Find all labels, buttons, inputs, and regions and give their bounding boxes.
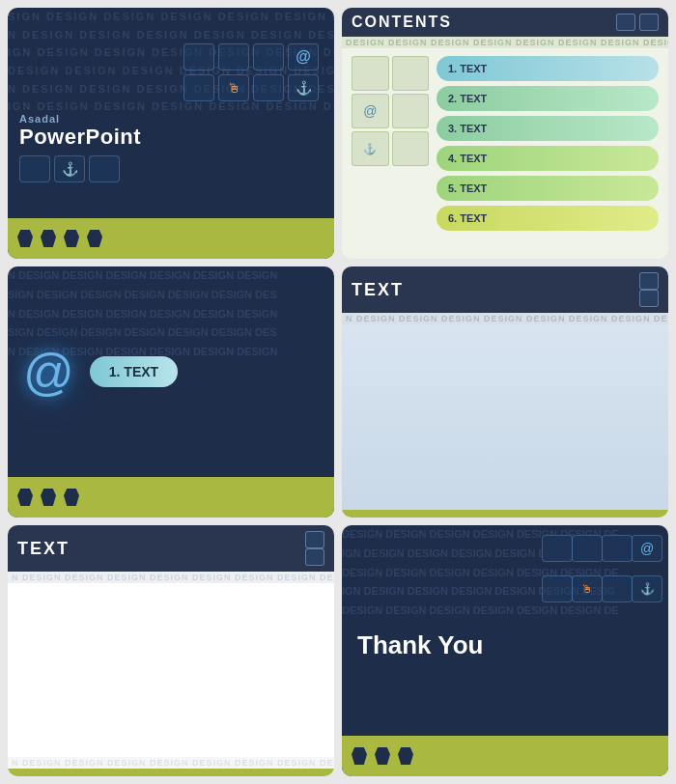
slide2-items: 1. TEXT 2. TEXT 3. TEXT 4. TEXT 5. TEXT … — [437, 56, 659, 251]
s6-cursor: 🖱 — [581, 582, 593, 596]
thumb-5: ⚓ — [352, 131, 389, 166]
thumb-3: @ — [352, 94, 389, 128]
slide5-main-content — [8, 583, 334, 757]
slide1-main-title: PowerPoint — [19, 125, 323, 150]
slide2-icon-2 — [639, 14, 659, 31]
slide6-mid-icons: 🖱 ⚓ — [542, 575, 659, 602]
slide5-watermark: N DESIGN DESIGN DESIGN DESIGN DESIGN DES… — [8, 572, 334, 583]
bottom-at: ⚓ — [62, 161, 78, 177]
slide3-tooth-2 — [41, 489, 56, 506]
slide-2: CONTENTS DESIGN DESIGN DESIGN DESIGN DES… — [342, 8, 668, 259]
slide-6: DESIGN DESIGN DESIGN DESIGN DESIGN DESIG… — [342, 525, 668, 776]
slide4-top-icons — [639, 272, 659, 307]
thumb-1 — [352, 56, 389, 91]
slide-3: N DESIGN DESIGN DESIGN DESIGN DESIGN DES… — [8, 266, 334, 518]
icon-box-2 — [218, 43, 249, 70]
content-item-4: 4. TEXT — [437, 146, 659, 171]
icon-box-3 — [253, 43, 284, 70]
s6-icon-1 — [542, 535, 573, 562]
s6-mid-icon-3 — [602, 575, 633, 602]
icon-box-1 — [183, 43, 214, 70]
slide6-tooth-1 — [352, 747, 367, 765]
bottom-icon-3 — [89, 155, 120, 182]
tooth-icon-2 — [41, 230, 56, 247]
slide1-content: @ 🖱 ⚓ Asadal PowerPoint ⚓ — [8, 8, 334, 218]
slide-4: TEXT N DESIGN DESIGN DESIGN DESIGN DESIG… — [342, 266, 668, 518]
slide2-icon-1 — [616, 14, 635, 31]
at-symbol-large: @ — [23, 347, 74, 397]
slide4-watermark: N DESIGN DESIGN DESIGN DESIGN DESIGN DES… — [342, 313, 668, 324]
s6-at: @ — [640, 541, 654, 556]
slide4-main-content — [342, 324, 668, 510]
bottom-at-icon: ⚓ — [54, 155, 85, 182]
slide1-title-block: Asadal PowerPoint — [19, 113, 323, 150]
slide3-bottom-bar — [8, 477, 334, 518]
tooth-icon-4 — [87, 230, 102, 247]
slide3-content: N DESIGN DESIGN DESIGN DESIGN DESIGN DES… — [8, 266, 334, 477]
cursor-icon: 🖱 — [227, 80, 240, 96]
slide3-tooth-1 — [17, 489, 33, 506]
thumb-anchor-icon: ⚓ — [363, 143, 377, 155]
slide6-top-icons: @ — [542, 535, 659, 562]
bottom-icon-1 — [19, 155, 50, 182]
content-item-3: 3. TEXT — [437, 116, 659, 141]
icon-box-5 — [183, 74, 214, 101]
slide2-top-icons — [616, 14, 659, 31]
slide6-content: DESIGN DESIGN DESIGN DESIGN DESIGN DESIG… — [342, 525, 668, 736]
s6-anchor: ⚓ — [640, 582, 655, 596]
slide5-icon-1 — [305, 531, 324, 548]
slide4-bottom-accent — [342, 510, 668, 518]
slide4-icon-2 — [639, 290, 659, 307]
slide5-top-icons — [305, 531, 324, 566]
slide4-icon-1 — [639, 272, 659, 290]
slide-1: SIGN DESIGN DESIGN DESIGN DESIGN DESIGN … — [8, 8, 334, 259]
slide5-bottom-accent — [8, 769, 334, 776]
anchor-icon-box: ⚓ — [288, 74, 319, 101]
s6-at-icon: @ — [632, 535, 662, 562]
slide2-body: @ ⚓ 1. TEXT 2. TEXT 3. TEXT 4. TEXT 5. T… — [342, 48, 668, 259]
slide6-thank-you: Thank You — [357, 630, 653, 660]
tooth-icon-1 — [17, 230, 33, 247]
thumb-2 — [392, 56, 430, 91]
thumb-4 — [392, 94, 430, 128]
at-icon: @ — [296, 48, 311, 66]
at-icon-box: @ — [288, 43, 319, 70]
slide1-icon-row: ⚓ — [19, 155, 323, 182]
slide2-thumbnails: @ ⚓ — [352, 56, 429, 251]
anchor-icon: ⚓ — [296, 80, 312, 96]
slide3-tooth-3 — [64, 489, 79, 506]
thumb-at-icon: @ — [363, 103, 377, 119]
slide5-wm-mid: N DESIGN DESIGN DESIGN DESIGN DESIGN DES… — [8, 757, 334, 769]
slide4-top-bar: TEXT — [342, 266, 668, 313]
s6-icon-2 — [572, 535, 603, 562]
s6-anchor-icon: ⚓ — [632, 575, 662, 602]
slide5-title: TEXT — [17, 539, 70, 559]
slide4-title: TEXT — [352, 280, 404, 300]
content-item-2: 2. TEXT — [437, 86, 659, 111]
slide2-watermark: DESIGN DESIGN DESIGN DESIGN DESIGN DESIG… — [342, 37, 668, 48]
s6-icon-3 — [602, 535, 633, 562]
slide2-top-bar: CONTENTS — [342, 8, 668, 37]
tooth-icon-3 — [64, 230, 79, 247]
s6-cursor-icon: 🖱 — [572, 575, 603, 602]
slide6-bottom-bar — [342, 736, 668, 776]
s6-mid-icon-1 — [542, 575, 573, 602]
slide1-bottom-bar — [8, 218, 334, 259]
thumb-6 — [392, 131, 430, 166]
slide-5: TEXT N DESIGN DESIGN DESIGN DESIGN DESIG… — [8, 525, 334, 776]
slide5-icon-2 — [305, 548, 324, 566]
icon-box-7 — [253, 74, 284, 101]
slide1-subtitle: Asadal — [19, 113, 323, 125]
content-item-6: 6. TEXT — [437, 206, 659, 231]
cursor-icon-box: 🖱 — [218, 74, 249, 101]
content-item-5: 5. TEXT — [437, 176, 659, 201]
content-item-1: 1. TEXT — [437, 56, 659, 81]
slide1-icon-grid: @ 🖱 ⚓ — [183, 43, 319, 101]
slide5-top-bar: TEXT — [8, 525, 334, 572]
slide6-tooth-2 — [375, 747, 390, 765]
slide3-text-pill: 1. TEXT — [90, 356, 178, 387]
slide2-title: CONTENTS — [352, 14, 452, 31]
slide6-tooth-3 — [398, 747, 413, 765]
